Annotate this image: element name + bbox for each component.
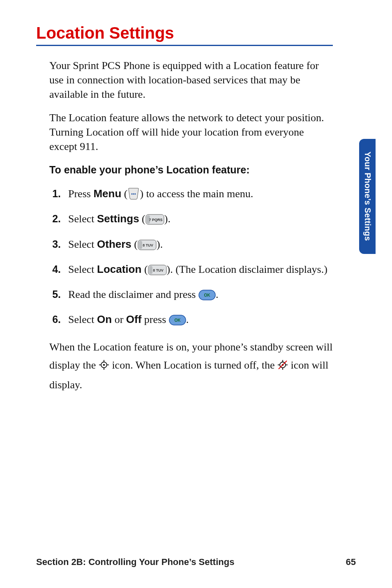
ok-key-icon: OK — [198, 290, 216, 304]
step-text: Select Settings ( 7 PQRS ). — [68, 212, 333, 228]
footer-section-label: Section 2B: Controlling Your Phone’s Set… — [36, 557, 234, 567]
section-tab-label: Your Phone’s Settings — [363, 152, 372, 241]
step-3: 3. Select Others ( 8 TUV ). — [49, 237, 333, 254]
step-1: 1. Press Menu ( ) to access the main men… — [49, 187, 333, 203]
step-4: 4. Select Location ( 8 TUV ). (The Locat… — [49, 262, 333, 279]
title-underline — [36, 45, 333, 46]
others-label: Others — [97, 238, 131, 250]
svg-rect-10 — [149, 266, 152, 274]
on-label: On — [97, 313, 112, 325]
trailing-paragraph: When the Location feature is on, your ph… — [49, 338, 333, 394]
step-number: 1. — [49, 187, 61, 201]
svg-text:8 TUV: 8 TUV — [143, 243, 153, 247]
step-text: Select On or Off press OK . — [68, 312, 333, 329]
step-number: 5. — [49, 287, 61, 302]
step-text: Select Others ( 8 TUV ). — [68, 237, 333, 254]
svg-text:7 PQRS: 7 PQRS — [149, 218, 162, 222]
section-tab: Your Phone’s Settings — [359, 139, 376, 254]
svg-text:OK: OK — [204, 293, 210, 297]
intro-paragraph-1: Your Sprint PCS Phone is equipped with a… — [49, 58, 333, 101]
page-footer: Section 2B: Controlling Your Phone’s Set… — [36, 557, 356, 567]
step-text: Select Location ( 8 TUV ). (The Location… — [68, 262, 333, 279]
key-8-icon: 8 TUV — [138, 240, 157, 254]
body-text: Your Sprint PCS Phone is equipped with a… — [49, 58, 333, 394]
step-number: 2. — [49, 212, 61, 226]
step-5: 5. Read the disclaimer and press OK . — [49, 287, 333, 304]
svg-point-1 — [133, 194, 134, 195]
step-6: 6. Select On or Off press OK . — [49, 312, 333, 329]
off-label: Off — [126, 313, 142, 325]
step-text: Read the disclaimer and press OK . — [68, 287, 333, 304]
svg-text:OK: OK — [174, 318, 181, 323]
menu-label: Menu — [93, 187, 121, 200]
svg-point-0 — [131, 194, 133, 195]
settings-label: Settings — [97, 212, 139, 225]
key-8-icon: 8 TUV — [148, 265, 167, 279]
location-off-icon — [277, 358, 288, 376]
location-label: Location — [97, 263, 141, 275]
steps-list: 1. Press Menu ( ) to access the main men… — [49, 187, 333, 329]
location-on-icon — [99, 358, 109, 376]
page-number: 65 — [346, 557, 356, 567]
svg-rect-7 — [139, 241, 142, 249]
svg-text:8 TUV: 8 TUV — [153, 268, 164, 272]
svg-point-17 — [103, 364, 105, 366]
step-number: 6. — [49, 312, 61, 327]
intro-paragraph-2: The Location feature allows the network … — [49, 111, 333, 154]
step-number: 4. — [49, 262, 61, 277]
ok-key-icon: OK — [169, 315, 186, 329]
svg-point-2 — [135, 194, 136, 195]
step-2: 2. Select Settings ( 7 PQRS ). — [49, 212, 333, 228]
key-7-icon: 7 PQRS — [145, 214, 164, 228]
procedure-heading: To enable your phone’s Location feature: — [49, 163, 333, 177]
menu-key-icon — [127, 187, 140, 203]
step-number: 3. — [49, 237, 61, 251]
step-text: Press Menu ( ) to access the main menu. — [68, 187, 333, 203]
page-title: Location Settings — [36, 24, 333, 42]
